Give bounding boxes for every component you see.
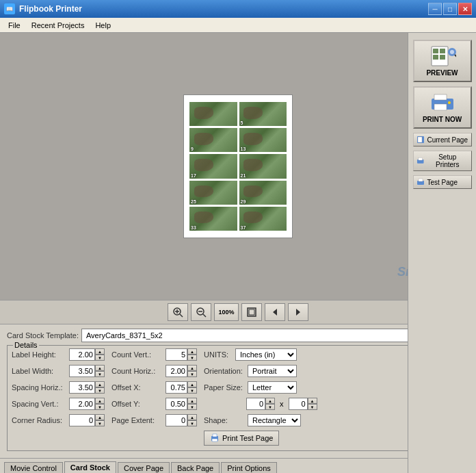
paper-size-select[interactable]: Letter A4 — [248, 381, 297, 394]
left-content: 5 9 13 17 21 — [0, 33, 476, 473]
spacing-horiz-up[interactable]: ▲ — [95, 381, 105, 387]
label-height-down[interactable]: ▼ — [95, 355, 105, 361]
units-select[interactable]: Inches (in) — [235, 348, 297, 361]
svg-line-5 — [203, 314, 206, 317]
coord-y-up[interactable]: ▲ — [308, 398, 317, 404]
preview-cell-9: 37 — [239, 207, 287, 231]
preview-cell-4: 17 — [189, 154, 237, 178]
count-vert-down[interactable]: ▼ — [187, 355, 197, 361]
template-select[interactable]: AveryCards_8371_5x2 — [81, 329, 451, 342]
menu-recent-projects[interactable]: Recent Projects — [26, 20, 90, 31]
label-width-input[interactable] — [69, 365, 95, 377]
offset-y-input[interactable] — [166, 398, 187, 410]
offset-y-down[interactable]: ▼ — [187, 404, 197, 410]
maximize-button[interactable]: □ — [443, 3, 457, 15]
count-horiz-down[interactable]: ▼ — [187, 371, 197, 377]
template-row: Card Stock Template: AveryCards_8371_5x2 — [7, 329, 469, 342]
label-height-up[interactable]: ▲ — [95, 348, 105, 355]
svg-marker-10 — [296, 309, 300, 316]
count-horiz-up[interactable]: ▲ — [187, 365, 197, 371]
preview-button[interactable]: PREVIEW — [413, 40, 472, 82]
corner-radius-input[interactable] — [69, 414, 95, 426]
page-extent-row: Page Extent: ▲ ▼ — [111, 414, 197, 426]
spacing-horiz-input[interactable] — [69, 381, 95, 394]
spacing-vert-input[interactable] — [69, 398, 95, 410]
page-extent-input[interactable] — [166, 414, 187, 426]
label-height-input[interactable]: 2.00 — [69, 348, 95, 361]
count-horiz-input[interactable] — [166, 365, 187, 377]
preview-cell-6: 25 — [189, 181, 237, 205]
tab-cover-page[interactable]: Cover Page — [118, 462, 170, 473]
cell-number-1: 5 — [241, 120, 243, 125]
spacing-vert-down[interactable]: ▼ — [95, 404, 105, 410]
units-label: UNITS: — [204, 350, 233, 359]
offset-x-label: Offset X: — [111, 383, 163, 392]
title-bar: 📖 Flipbook Printer ─ □ ✕ — [0, 0, 476, 18]
tab-back-page[interactable]: Back Page — [171, 462, 220, 473]
label-width-down[interactable]: ▼ — [95, 371, 105, 377]
count-vert-up[interactable]: ▲ — [187, 348, 197, 355]
setup-printers-button[interactable]: Setup Printers — [413, 151, 472, 171]
coord-y-input[interactable] — [289, 398, 308, 410]
shape-select[interactable]: Rectangle Ellipse — [248, 414, 301, 426]
preview-icon — [429, 45, 456, 67]
coord-x-up[interactable]: ▲ — [265, 398, 275, 404]
tab-print-options[interactable]: Print Options — [221, 462, 277, 473]
menu-bar: File Recent Projects Help — [0, 18, 476, 33]
zoom-reset-button[interactable]: 100% — [214, 303, 239, 321]
corner-radius-down[interactable]: ▼ — [95, 420, 105, 426]
svg-rect-26 — [434, 94, 447, 100]
next-page-button[interactable] — [288, 303, 308, 321]
spacing-vert-up[interactable]: ▲ — [95, 398, 105, 404]
paper-size-label: Paper Size: — [204, 383, 245, 392]
svg-rect-8 — [249, 309, 254, 315]
preview-cell-3: 13 — [239, 128, 287, 152]
corner-radius-row: Corner Radius: ▲ ▼ — [12, 414, 105, 426]
zoom-in-button[interactable] — [168, 303, 188, 321]
orientation-select[interactable]: Portrait Landscape — [248, 365, 297, 377]
count-horiz-row: Count Horiz.: ▲ ▼ — [111, 365, 197, 377]
count-vert-input[interactable] — [166, 348, 187, 361]
minimize-button[interactable]: ─ — [428, 3, 442, 15]
menu-help[interactable]: Help — [90, 20, 116, 31]
tab-movie-control[interactable]: Movie Control — [4, 462, 63, 473]
corner-radius-up[interactable]: ▲ — [95, 414, 105, 420]
svg-rect-16 — [212, 439, 217, 442]
corner-radius-label: Corner Radius: — [12, 416, 66, 424]
fit-page-button[interactable] — [241, 303, 262, 321]
right-panel: PREVIEW PRINT NOW Current Page — [408, 33, 476, 473]
close-button[interactable]: ✕ — [458, 3, 472, 15]
preview-cell-2: 9 — [189, 128, 237, 152]
page-extent-down[interactable]: ▼ — [187, 420, 197, 426]
cell-number-8: 33 — [191, 225, 196, 230]
offset-x-up[interactable]: ▲ — [187, 381, 197, 387]
zoom-toolbar: 100% — [0, 300, 476, 324]
spacing-horiz-down[interactable]: ▼ — [95, 387, 105, 394]
page-extent-up[interactable]: ▲ — [187, 414, 197, 420]
coord-y-down[interactable]: ▼ — [308, 404, 317, 410]
bottom-panel: Card Stock Template: AveryCards_8371_5x2… — [0, 324, 476, 458]
label-width-label: Label Width: — [12, 367, 66, 375]
coord-x-input[interactable] — [246, 398, 265, 410]
test-page-button[interactable]: Test Page — [413, 175, 472, 189]
offset-x-down[interactable]: ▼ — [187, 387, 197, 394]
svg-line-24 — [455, 55, 456, 57]
prev-page-button[interactable] — [265, 303, 285, 321]
svg-rect-30 — [418, 137, 422, 142]
zoom-out-button[interactable] — [191, 303, 211, 321]
menu-file[interactable]: File — [3, 20, 26, 31]
label-width-up[interactable]: ▲ — [95, 365, 105, 371]
svg-rect-21 — [440, 55, 445, 60]
cell-number-4: 17 — [191, 173, 196, 178]
preview-cell-0 — [189, 102, 237, 126]
offset-y-up[interactable]: ▲ — [187, 398, 197, 404]
offset-x-input[interactable] — [166, 381, 187, 394]
coord-x-down[interactable]: ▼ — [265, 404, 275, 410]
page-preview: 5 9 13 17 21 — [183, 94, 293, 238]
current-page-button[interactable]: Current Page — [413, 133, 472, 146]
print-test-button[interactable]: Print Test Page — [204, 431, 279, 446]
coord-separator: x — [278, 400, 286, 408]
print-now-button[interactable]: PRINT NOW — [413, 86, 472, 129]
orientation-label: Orientation: — [204, 367, 245, 375]
tab-card-stock[interactable]: Card Stock — [64, 461, 116, 473]
